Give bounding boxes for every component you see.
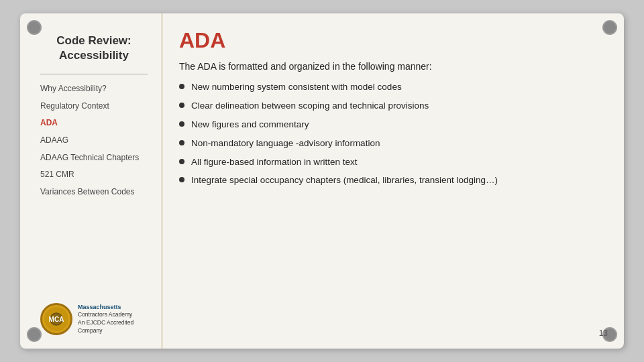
bullet-item-6: Integrate special occupancy chapters (me… xyxy=(179,174,600,187)
slide-title: Code Review: Accessibility xyxy=(40,34,148,63)
sidebar-item-regulatory-context[interactable]: Regulatory Context xyxy=(40,101,148,112)
bullet-item-5: All figure-based information in written … xyxy=(179,156,600,169)
intro-text: The ADA is formatted and organized in th… xyxy=(179,61,600,72)
sidebar-item-adaag-technical-chapters[interactable]: ADAAG Technical Chapters xyxy=(40,153,148,164)
slide: Code Review: Accessibility Why Accessibi… xyxy=(20,13,624,349)
sidebar: Code Review: Accessibility Why Accessibi… xyxy=(20,13,161,349)
bullet-dot-1 xyxy=(179,84,184,89)
main-content: ADA The ADA is formatted and organized i… xyxy=(161,13,624,349)
bullet-text-6: Integrate special occupancy chapters (me… xyxy=(191,174,498,187)
sidebar-item-521-cmr[interactable]: 521 CMR xyxy=(40,170,148,180)
bullet-item-4: Non-mandatory language -advisory informa… xyxy=(179,137,600,150)
bullet-item-1: New numbering system consistent with mod… xyxy=(179,81,600,94)
bullet-text-3: New figures and commentary xyxy=(191,119,309,131)
bullet-dot-2 xyxy=(179,103,184,108)
sidebar-item-variances-between-codes[interactable]: Variances Between Codes xyxy=(40,187,148,198)
corner-circle-top-right xyxy=(602,20,617,35)
bullet-dot-3 xyxy=(179,121,184,127)
sidebar-divider xyxy=(40,74,148,74)
logo-org-line2: Contractors Academy xyxy=(78,311,148,319)
sidebar-item-adaag[interactable]: ADAAG xyxy=(40,135,148,146)
logo-inner: MCA xyxy=(44,307,68,331)
corner-circle-top-left xyxy=(27,20,42,35)
logo-text: Massachusetts Contractors Academy An EJC… xyxy=(78,303,148,335)
bullet-text-4: Non-mandatory language -advisory informa… xyxy=(191,137,380,150)
bullet-dot-6 xyxy=(179,177,184,182)
bullet-dot-4 xyxy=(179,140,184,145)
corner-circle-bottom-left xyxy=(27,327,42,342)
bullet-item-2: Clear delineation between scoping and te… xyxy=(179,100,600,113)
bullet-text-5: All figure-based information in written … xyxy=(191,156,358,169)
bullet-list: New numbering system consistent with mod… xyxy=(179,81,600,193)
bullet-item-3: New figures and commentary xyxy=(179,119,600,131)
logo-icon: MCA xyxy=(49,312,64,326)
ada-heading: ADA xyxy=(179,28,600,53)
logo-org-name: Massachusetts xyxy=(78,303,148,312)
sidebar-item-ada[interactable]: ADA xyxy=(40,118,148,129)
logo-org-line3: An EJCDC Accredited Company xyxy=(78,319,148,335)
bullet-dot-5 xyxy=(179,159,184,164)
page-number: 13 xyxy=(599,328,608,338)
logo-area: MCA Massachusetts Contractors Academy An… xyxy=(40,296,148,335)
bullet-text-1: New numbering system consistent with mod… xyxy=(191,81,402,94)
logo-circle: MCA xyxy=(40,303,72,335)
bullet-text-2: Clear delineation between scoping and te… xyxy=(191,100,429,113)
sidebar-item-why-accessibility[interactable]: Why Accessibility? xyxy=(40,84,148,95)
svg-text:MCA: MCA xyxy=(49,316,64,323)
